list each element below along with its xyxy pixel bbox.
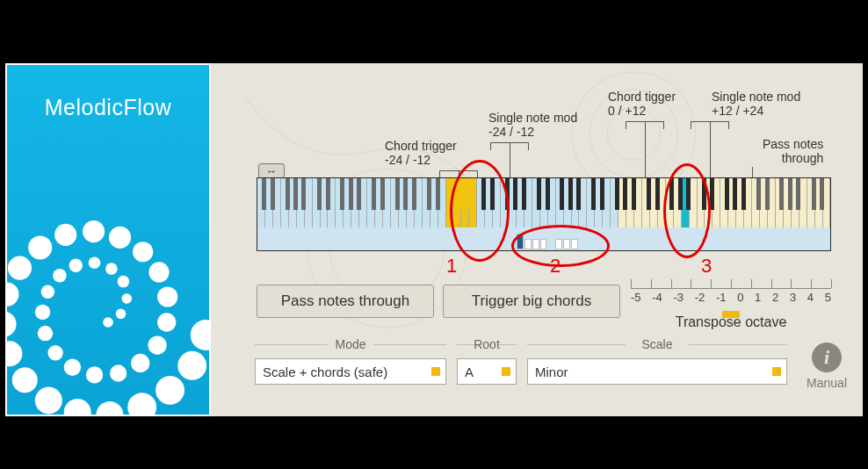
piano-black-key[interactable] bbox=[357, 178, 361, 210]
svg-point-2 bbox=[121, 293, 132, 304]
piano-black-key[interactable] bbox=[647, 178, 651, 210]
piano-black-key[interactable] bbox=[293, 178, 298, 210]
svg-point-9 bbox=[35, 305, 50, 320]
note-marker bbox=[555, 239, 562, 249]
manual-button[interactable]: i Manual bbox=[807, 343, 847, 390]
svg-point-32 bbox=[96, 401, 123, 416]
mode-dropdown[interactable]: Scale + chords (safe) bbox=[255, 358, 446, 385]
piano-black-key[interactable] bbox=[340, 178, 344, 210]
piano-black-key[interactable] bbox=[513, 178, 517, 210]
bracket-drop bbox=[510, 142, 510, 177]
transpose-tick-label: -2 bbox=[695, 291, 705, 304]
svg-point-33 bbox=[127, 393, 156, 416]
piano-black-key[interactable] bbox=[725, 178, 729, 210]
piano-black-key[interactable] bbox=[459, 178, 463, 210]
piano-black-key[interactable] bbox=[710, 178, 714, 210]
piano-black-key[interactable] bbox=[568, 178, 573, 210]
piano-black-key[interactable] bbox=[467, 178, 471, 210]
transpose-thumb[interactable] bbox=[722, 311, 740, 318]
svg-point-16 bbox=[148, 336, 166, 354]
piano-black-key[interactable] bbox=[546, 178, 550, 210]
transpose-tick-label: 3 bbox=[790, 291, 796, 304]
piano-black-key[interactable] bbox=[317, 178, 322, 210]
piano-black-key[interactable] bbox=[301, 178, 306, 210]
spiral-logo bbox=[5, 195, 211, 416]
note-marker bbox=[532, 239, 539, 249]
piano-black-key[interactable] bbox=[812, 178, 816, 210]
svg-point-23 bbox=[54, 224, 76, 246]
piano-black-key[interactable] bbox=[756, 178, 761, 210]
svg-point-8 bbox=[41, 285, 54, 298]
piano-black-key[interactable] bbox=[436, 178, 440, 210]
piano-black-key[interactable] bbox=[372, 178, 376, 210]
group-title: Root bbox=[457, 337, 517, 351]
piano-black-key[interactable] bbox=[741, 178, 746, 210]
svg-point-14 bbox=[110, 364, 127, 381]
piano-black-key[interactable] bbox=[796, 178, 800, 210]
piano-black-key[interactable] bbox=[779, 178, 784, 210]
transpose-tick-label: -3 bbox=[673, 291, 684, 304]
piano-black-key[interactable] bbox=[591, 178, 596, 210]
piano-black-key[interactable] bbox=[395, 178, 400, 210]
piano-black-key[interactable] bbox=[576, 178, 581, 210]
resize-arrows-button[interactable]: ↔ bbox=[258, 163, 285, 178]
svg-point-20 bbox=[133, 242, 153, 262]
piano-black-key[interactable] bbox=[615, 178, 619, 210]
piano-black-key[interactable] bbox=[380, 178, 385, 210]
transpose-tick-label: -5 bbox=[631, 291, 641, 304]
svg-point-24 bbox=[28, 235, 52, 259]
root-dropdown[interactable]: A bbox=[457, 358, 517, 385]
red-label-2: 2 bbox=[550, 255, 561, 278]
piano-black-key[interactable] bbox=[632, 178, 636, 210]
piano-black-key[interactable] bbox=[490, 178, 495, 210]
piano-black-key[interactable] bbox=[820, 178, 824, 210]
scale-dropdown[interactable]: Minor bbox=[527, 358, 787, 385]
group-title: Scale bbox=[527, 337, 787, 351]
piano-black-key[interactable] bbox=[271, 178, 275, 210]
transpose-slider[interactable] bbox=[631, 311, 831, 318]
svg-point-19 bbox=[148, 262, 169, 282]
pass-notes-through-button[interactable]: Pass notes through bbox=[257, 285, 434, 318]
piano-black-key[interactable] bbox=[678, 178, 683, 210]
piano-black-key[interactable] bbox=[412, 178, 416, 210]
keyboard[interactable] bbox=[257, 177, 831, 251]
svg-point-28 bbox=[5, 341, 22, 366]
piano-black-key[interactable] bbox=[481, 178, 486, 210]
piano-black-key[interactable] bbox=[326, 178, 330, 210]
trigger-big-chords-button[interactable]: Trigger big chords bbox=[443, 285, 620, 318]
main-panel: ↔ Chord trigger -24 / -12 Single note mo… bbox=[211, 63, 863, 416]
dropdown-indicator-icon bbox=[502, 367, 510, 376]
piano-black-key[interactable] bbox=[427, 178, 431, 210]
piano-black-key[interactable] bbox=[262, 178, 266, 210]
piano-black-key[interactable] bbox=[765, 178, 770, 210]
piano-black-key[interactable] bbox=[669, 178, 674, 210]
svg-point-27 bbox=[5, 311, 17, 336]
svg-point-30 bbox=[35, 386, 62, 414]
piano-black-key[interactable] bbox=[505, 178, 510, 210]
piano-black-key[interactable] bbox=[349, 178, 353, 210]
piano-black-key[interactable] bbox=[733, 178, 737, 210]
svg-point-11 bbox=[47, 345, 62, 360]
piano-black-key[interactable] bbox=[560, 178, 564, 210]
piano-black-key[interactable] bbox=[655, 178, 660, 210]
piano-black-key[interactable] bbox=[623, 178, 627, 210]
piano-black-key[interactable] bbox=[600, 178, 604, 210]
piano-black-key[interactable] bbox=[702, 178, 706, 210]
button-label: Trigger big chords bbox=[472, 292, 591, 310]
svg-point-35 bbox=[177, 351, 206, 380]
annotation-chord-trigger-low: Chord trigger -24 / -12 bbox=[385, 139, 457, 167]
piano-black-key[interactable] bbox=[537, 178, 541, 210]
piano-black-key[interactable] bbox=[522, 178, 526, 210]
svg-point-18 bbox=[157, 286, 177, 307]
piano-black-key[interactable] bbox=[450, 178, 454, 210]
note-marker bbox=[540, 239, 547, 249]
piano-black-key[interactable] bbox=[286, 178, 290, 210]
piano-black-key[interactable] bbox=[403, 178, 408, 210]
transpose-numbers: -5-4-3-2-1012345 bbox=[631, 291, 831, 304]
red-label-3: 3 bbox=[701, 255, 712, 278]
piano-black-key[interactable] bbox=[686, 178, 691, 210]
piano-black-key[interactable] bbox=[788, 178, 792, 210]
svg-point-4 bbox=[105, 263, 118, 275]
svg-point-13 bbox=[86, 366, 103, 383]
dropdown-value: Minor bbox=[535, 364, 568, 379]
